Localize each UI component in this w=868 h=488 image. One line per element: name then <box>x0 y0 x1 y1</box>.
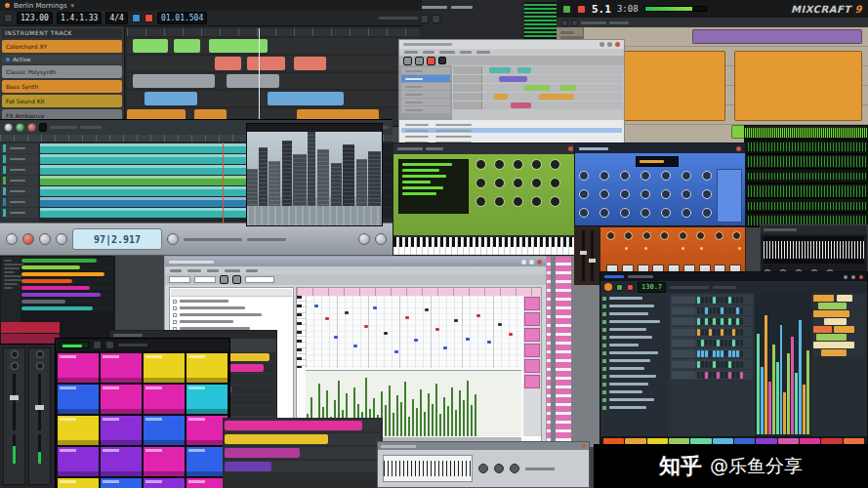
menu-item[interactable] <box>439 51 455 54</box>
waveform-track[interactable] <box>745 155 867 169</box>
channel-row[interactable] <box>671 305 753 315</box>
position-display[interactable]: 1.4.1.33 <box>57 12 103 24</box>
browser-item[interactable] <box>602 357 667 364</box>
step-cell[interactable] <box>728 307 731 314</box>
chevron-down-icon[interactable]: ▾ <box>71 2 75 10</box>
midi-note[interactable] <box>466 338 470 341</box>
midi-note[interactable] <box>498 323 502 326</box>
browser-item[interactable] <box>602 295 667 302</box>
step-cell[interactable] <box>713 361 716 368</box>
track-lane[interactable] <box>482 66 623 74</box>
step-cell[interactable] <box>736 297 739 304</box>
track-header[interactable] <box>1 186 38 196</box>
play-icon[interactable] <box>16 123 24 132</box>
pattern-clip[interactable] <box>824 318 847 325</box>
step-cell[interactable] <box>728 340 731 346</box>
clip-pad[interactable] <box>101 416 142 445</box>
audio-clip[interactable] <box>268 92 344 105</box>
knob[interactable] <box>702 171 712 181</box>
side-clip[interactable] <box>524 312 540 326</box>
step-cell[interactable] <box>701 297 704 304</box>
step-cell[interactable] <box>736 372 739 379</box>
window-title-bar[interactable]: Berlin Mornings ▾ <box>0 0 422 11</box>
audio-clip[interactable] <box>145 92 197 105</box>
step-cell[interactable] <box>732 318 735 325</box>
step-cell[interactable] <box>705 329 708 336</box>
step-cell[interactable] <box>724 297 727 304</box>
track-header[interactable] <box>453 93 482 101</box>
list-row[interactable] <box>401 134 622 139</box>
midi-clip[interactable] <box>494 94 508 100</box>
clip-strip[interactable] <box>556 257 571 444</box>
pattern-clip[interactable] <box>821 349 847 356</box>
track-header[interactable] <box>1 197 38 207</box>
toolbar-button[interactable] <box>571 20 578 26</box>
clip-pad[interactable] <box>58 447 99 476</box>
step-cell[interactable] <box>721 340 723 346</box>
step-cell[interactable] <box>709 329 712 336</box>
knob[interactable] <box>11 362 19 370</box>
velocity-bar[interactable] <box>393 413 394 436</box>
midi-note[interactable] <box>334 336 338 339</box>
midi-note[interactable] <box>364 325 368 328</box>
menu-bar[interactable] <box>399 49 624 56</box>
fl-browser-panel[interactable] <box>600 293 669 436</box>
toolbar-button[interactable] <box>105 341 114 349</box>
playlist-lane[interactable] <box>813 326 865 333</box>
knob[interactable] <box>620 208 630 218</box>
midi-note[interactable] <box>394 350 398 353</box>
clip-pad[interactable] <box>101 385 142 414</box>
channel-row[interactable] <box>671 316 753 326</box>
step-cell[interactable] <box>705 340 708 346</box>
velocity-bar[interactable] <box>447 406 449 436</box>
step-cell[interactable] <box>721 329 723 336</box>
clip-pad[interactable] <box>58 478 99 488</box>
velocity-bar[interactable] <box>396 395 398 436</box>
knob[interactable] <box>624 231 633 240</box>
velocity-bar[interactable] <box>389 386 391 436</box>
knob[interactable] <box>696 231 705 240</box>
step-cell[interactable] <box>697 340 700 346</box>
playlist-lane[interactable] <box>813 310 865 317</box>
step-cell[interactable] <box>709 307 712 314</box>
audio-clip[interactable] <box>294 57 326 70</box>
channel-name[interactable] <box>672 372 695 379</box>
step-cell[interactable] <box>717 361 720 368</box>
step-cell[interactable] <box>736 318 739 325</box>
file-row[interactable] <box>171 318 292 325</box>
waveform-track[interactable] <box>745 141 867 154</box>
knob[interactable] <box>715 231 723 240</box>
knob[interactable] <box>661 208 671 218</box>
knob[interactable] <box>599 189 609 199</box>
clip-pad[interactable] <box>186 447 227 476</box>
knob[interactable] <box>513 178 523 188</box>
step-cell[interactable] <box>713 372 716 379</box>
clip-pad[interactable] <box>58 353 99 383</box>
velocity-bar[interactable] <box>408 417 410 436</box>
step-cell[interactable] <box>724 318 727 325</box>
knob[interactable] <box>494 159 505 170</box>
knob[interactable] <box>475 178 486 188</box>
waveform-track[interactable] <box>745 199 867 213</box>
knob[interactable] <box>599 171 609 181</box>
step-cell[interactable] <box>721 297 723 304</box>
channel-name[interactable] <box>672 318 695 325</box>
rewind-icon[interactable] <box>6 233 18 245</box>
step-cell[interactable] <box>721 361 723 368</box>
knob[interactable] <box>531 159 542 170</box>
note-grid[interactable] <box>306 296 521 368</box>
knob[interactable] <box>494 178 505 188</box>
clip-pad[interactable] <box>144 416 185 445</box>
midi-note[interactable] <box>435 328 439 331</box>
inspector-row[interactable] <box>401 83 450 90</box>
timeline-ruler[interactable] <box>127 28 420 36</box>
step-cell[interactable] <box>724 340 727 346</box>
clip[interactable] <box>21 279 72 283</box>
record-icon[interactable] <box>145 14 153 22</box>
audio-clip[interactable] <box>225 421 362 430</box>
step-cell[interactable] <box>740 318 743 325</box>
channel-row[interactable] <box>671 359 753 369</box>
plugin-tab[interactable] <box>397 147 423 150</box>
track-header[interactable] <box>1 165 38 175</box>
clip-pad[interactable] <box>144 385 185 414</box>
